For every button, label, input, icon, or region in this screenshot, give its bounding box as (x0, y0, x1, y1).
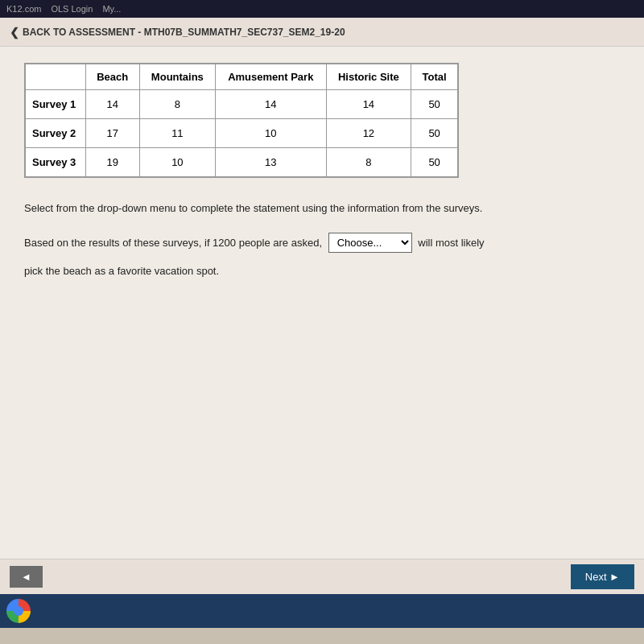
browser-top-bar: K12.com OLS Login My... (0, 0, 644, 18)
data-table-container: Beach Mountains Amusement Park Historic … (24, 63, 459, 178)
cell-s3-mountains: 10 (139, 148, 215, 177)
cell-s1-amusement: 14 (216, 90, 327, 119)
back-label: BACK TO ASSESSMENT - MTH07B_SUMMATH7_SEC… (23, 27, 345, 38)
nav-bar: ❮ BACK TO ASSESSMENT - MTH07B_SUMMATH7_S… (0, 18, 644, 47)
tab-k12: K12.com (6, 4, 41, 14)
cell-s1-total: 50 (411, 90, 458, 119)
cell-s3-historic: 8 (326, 148, 411, 177)
col-header-mountains: Mountains (139, 64, 215, 90)
cell-s2-beach: 17 (85, 119, 139, 148)
row-label-survey2: Survey 2 (26, 119, 86, 148)
cell-s2-mountains: 11 (139, 119, 215, 148)
table-row: Survey 1 14 8 14 14 50 (26, 90, 458, 119)
cell-s2-total: 50 (411, 119, 458, 148)
cell-s1-mountains: 8 (139, 90, 215, 119)
previous-button[interactable]: ◄ (10, 566, 43, 588)
statement-after-text: will most likely (418, 237, 484, 249)
row-label-survey1: Survey 1 (26, 90, 86, 119)
col-header-historic: Historic Site (326, 64, 411, 90)
back-to-assessment-link[interactable]: ❮ BACK TO ASSESSMENT - MTH07B_SUMMATH7_S… (10, 26, 345, 39)
main-content: Beach Mountains Amusement Park Historic … (0, 47, 644, 594)
back-arrow-icon: ❮ (10, 26, 19, 39)
instruction-text: Select from the drop-down menu to comple… (24, 200, 620, 217)
cell-s3-beach: 19 (85, 148, 139, 177)
statement-container: Based on the results of these surveys, i… (24, 233, 620, 254)
taskbar (0, 594, 644, 628)
tab-my: My... (102, 4, 121, 14)
bottom-navigation: ◄ Next ► (0, 559, 644, 594)
col-header-total: Total (411, 64, 458, 90)
col-header-beach: Beach (85, 64, 139, 90)
row-label-survey3: Survey 3 (26, 148, 86, 177)
answer-dropdown[interactable]: Choose... 200 300 400 408 500 (328, 233, 412, 253)
next-button[interactable]: Next ► (571, 564, 634, 589)
cell-s3-total: 50 (411, 148, 458, 177)
col-header-empty (26, 64, 86, 90)
table-row: Survey 2 17 11 10 12 50 (26, 119, 458, 148)
cell-s3-amusement: 13 (216, 148, 327, 177)
survey-table: Beach Mountains Amusement Park Historic … (25, 64, 458, 177)
table-row: Survey 3 19 10 13 8 50 (26, 148, 458, 177)
cell-s2-amusement: 10 (216, 119, 327, 148)
cell-s1-beach: 14 (85, 90, 139, 119)
tab-ols: OLS Login (51, 4, 93, 14)
cell-s1-historic: 14 (326, 90, 411, 119)
chrome-icon[interactable] (6, 599, 31, 623)
statement-before-text: Based on the results of these surveys, i… (24, 237, 322, 249)
continuation-text: pick the beach as a favorite vacation sp… (24, 263, 620, 279)
cell-s2-historic: 12 (326, 119, 411, 148)
col-header-amusement: Amusement Park (216, 64, 327, 90)
